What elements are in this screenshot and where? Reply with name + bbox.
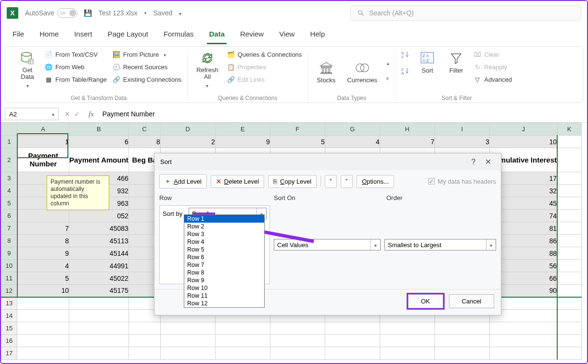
cell[interactable]: Payment Number <box>17 148 69 172</box>
datatype-more-icon[interactable]: ▾ <box>386 75 389 82</box>
cell[interactable] <box>557 197 581 210</box>
cell[interactable] <box>215 335 270 347</box>
cell[interactable] <box>160 322 215 335</box>
dropdown-item[interactable]: Row 10 <box>184 284 264 292</box>
column-header[interactable]: J <box>489 123 557 136</box>
cell[interactable] <box>435 335 489 347</box>
row-header[interactable]: 17 <box>1 347 17 360</box>
column-header[interactable]: E <box>215 123 270 136</box>
cell[interactable]: 1 <box>17 136 69 148</box>
add-level-button[interactable]: ＋Add Level <box>159 174 207 188</box>
row-header[interactable]: 15 <box>1 322 17 335</box>
toggle-pill[interactable]: On <box>57 8 77 18</box>
sort-desc-button[interactable]: ZA <box>401 66 410 75</box>
dropdown-item[interactable]: Row 3 <box>184 230 264 238</box>
cancel-button[interactable]: Cancel <box>449 294 494 308</box>
cell[interactable] <box>435 322 489 335</box>
row-header[interactable]: 9 <box>1 247 17 260</box>
move-up-button[interactable]: ˄ <box>325 175 337 188</box>
tab-data[interactable]: Data <box>207 27 227 44</box>
row-header[interactable]: 5 <box>1 197 17 210</box>
cell[interactable] <box>489 335 557 347</box>
cell[interactable]: 10 <box>489 136 557 148</box>
cell[interactable] <box>380 335 435 347</box>
my-data-has-headers-checkbox[interactable]: ✓ My data has headers <box>428 178 496 185</box>
cell[interactable] <box>557 222 581 235</box>
from-picture-button[interactable]: 🖼️From Picture <box>113 50 181 59</box>
refresh-all-button[interactable]: Refresh All <box>193 50 221 90</box>
column-header[interactable]: D <box>160 123 215 136</box>
row-header[interactable]: 2 <box>1 148 17 172</box>
cell[interactable] <box>17 347 69 360</box>
cell[interactable] <box>128 322 160 335</box>
cell[interactable]: 5 <box>17 272 69 285</box>
cell[interactable]: 44991 <box>69 260 129 272</box>
column-header[interactable]: K <box>557 123 581 136</box>
stocks-datatype-button[interactable]: Stocks <box>314 59 338 85</box>
cell[interactable]: 4 <box>17 260 69 272</box>
delete-level-button[interactable]: ✕Delete Level <box>211 175 264 188</box>
dropdown-item[interactable]: Row 5 <box>184 246 264 253</box>
tab-review[interactable]: Review <box>238 27 266 44</box>
cell[interactable] <box>160 335 215 347</box>
cell[interactable] <box>489 347 557 360</box>
column-header[interactable]: A <box>17 123 69 136</box>
cell[interactable]: 3 <box>435 136 489 148</box>
cell[interactable]: 8 <box>128 136 160 148</box>
cell[interactable] <box>69 347 129 360</box>
existing-connections-button[interactable]: 🔗Existing Connections <box>113 75 181 84</box>
cell[interactable]: 9 <box>17 247 69 260</box>
cell[interactable] <box>557 335 581 347</box>
column-header[interactable]: H <box>380 123 435 136</box>
cell[interactable] <box>128 335 160 347</box>
dropdown-item[interactable]: Row 11 <box>184 292 264 300</box>
ok-button[interactable]: OK <box>408 294 443 308</box>
row-header[interactable]: 10 <box>1 260 17 272</box>
fx-icon[interactable]: fx <box>86 110 97 118</box>
column-header[interactable]: C <box>128 123 160 136</box>
order-combo[interactable]: Smallest to Largest <box>384 239 496 251</box>
sortby-dropdown-list[interactable]: Row 1Row 2Row 3Row 4Row 5Row 6Row 7Row 8… <box>184 214 265 308</box>
cell[interactable] <box>557 297 581 310</box>
cell[interactable] <box>160 347 215 360</box>
advanced-filter-button[interactable]: ▽Advanced <box>473 75 512 84</box>
cell[interactable] <box>325 335 380 347</box>
cell[interactable] <box>69 322 129 335</box>
cell[interactable]: 7 <box>17 222 69 235</box>
tab-view[interactable]: View <box>277 27 296 44</box>
cell[interactable]: 10 <box>17 285 69 297</box>
cell[interactable] <box>215 347 270 360</box>
from-text-csv-button[interactable]: 📄From Text/CSV <box>45 50 107 59</box>
cell[interactable] <box>215 322 270 335</box>
filename-dropdown[interactable] <box>179 9 181 17</box>
copy-level-button[interactable]: ⎘Copy Level <box>268 175 317 188</box>
column-header[interactable]: G <box>325 123 380 136</box>
chevron-up-icon[interactable] <box>386 61 389 68</box>
cell[interactable]: 6 <box>69 136 129 148</box>
column-header[interactable]: F <box>270 123 325 136</box>
row-header[interactable]: 14 <box>1 310 17 322</box>
cell[interactable] <box>270 335 325 347</box>
row-header[interactable]: 16 <box>1 335 17 347</box>
cell[interactable]: 4 <box>325 136 380 148</box>
get-data-button[interactable]: Get Data <box>16 50 39 90</box>
cell[interactable]: 7 <box>380 136 435 148</box>
cell[interactable] <box>557 260 581 272</box>
cell[interactable] <box>557 148 581 172</box>
cell[interactable] <box>270 347 325 360</box>
tab-help[interactable]: Help <box>308 27 327 44</box>
cell[interactable]: 8 <box>17 235 69 247</box>
cell[interactable]: 9 <box>215 136 270 148</box>
cell[interactable] <box>557 210 581 222</box>
formula-input[interactable] <box>100 108 583 120</box>
cell[interactable] <box>557 136 581 148</box>
row-header[interactable]: 12 <box>1 285 17 297</box>
currencies-datatype-button[interactable]: Currencies <box>344 59 380 85</box>
sort-dialog-button[interactable]: Z AA Z Sort <box>416 50 439 75</box>
row-header[interactable]: 7 <box>1 222 17 235</box>
name-box[interactable]: A2 <box>5 108 59 120</box>
tab-page-layout[interactable]: Page Layout <box>106 27 150 44</box>
dropdown-item[interactable]: Row 2 <box>184 223 264 230</box>
tab-insert[interactable]: Insert <box>72 27 94 44</box>
cell[interactable]: 45175 <box>69 285 129 297</box>
